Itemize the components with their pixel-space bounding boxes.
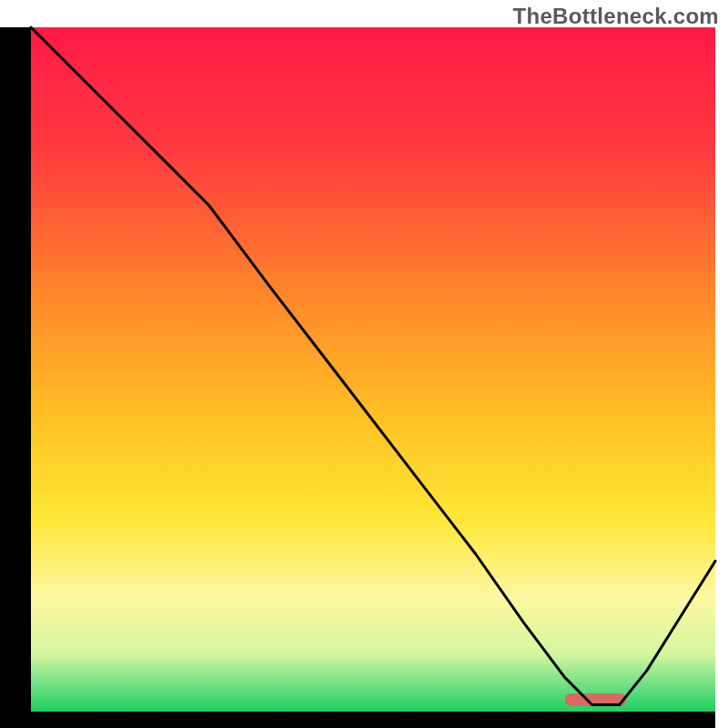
chart-canvas <box>0 0 728 728</box>
chart-root: TheBottleneck.com <box>0 0 728 728</box>
watermark-text: TheBottleneck.com <box>513 4 719 29</box>
axis-bottom <box>0 712 715 728</box>
axis-left <box>0 27 31 728</box>
